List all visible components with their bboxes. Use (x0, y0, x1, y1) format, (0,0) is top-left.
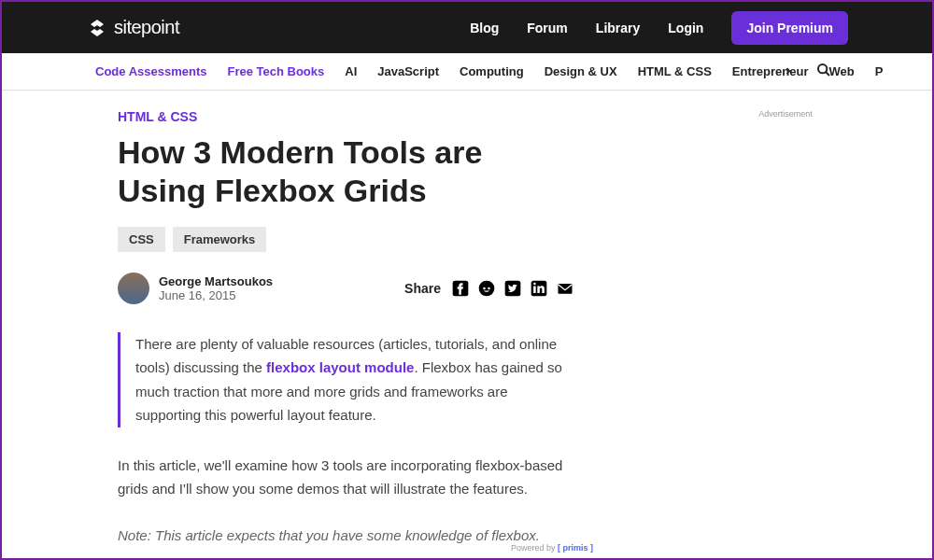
tag-frameworks[interactable]: Frameworks (173, 227, 267, 252)
nav-forum[interactable]: Forum (527, 21, 568, 35)
article-title: How 3 Modern Tools are Using Flexbox Gri… (118, 133, 575, 210)
join-premium-button[interactable]: Join Premium (731, 11, 848, 45)
article: HTML & CSS How 3 Modern Tools are Using … (118, 109, 575, 560)
powered-brand: [ primis ] (558, 543, 593, 553)
advertisement-label: Advertisement (669, 109, 902, 119)
svg-point-2 (479, 280, 495, 296)
logo[interactable]: sitepoint (86, 17, 179, 39)
sidebar: Advertisement (669, 109, 902, 560)
svg-point-4 (488, 287, 490, 289)
subnav-overflow[interactable]: P (875, 64, 884, 78)
publish-date: June 16, 2015 (159, 288, 273, 302)
nav-login[interactable]: Login (668, 21, 703, 35)
top-nav: Blog Forum Library Login Join Premium (470, 11, 848, 45)
share-block: Share (404, 278, 575, 299)
svg-point-8 (533, 282, 536, 285)
share-icons (450, 278, 575, 299)
svg-rect-9 (559, 284, 573, 294)
svg-point-0 (818, 64, 827, 73)
article-meta: George Martsoukos June 16, 2015 Share (118, 273, 575, 304)
note-paragraph: Note: This article expects that you have… (118, 524, 575, 548)
subnav-code-assessments[interactable]: Code Assessments (95, 64, 206, 78)
tag-list: CSS Frameworks (118, 227, 575, 252)
powered-pre: Powered by (511, 543, 558, 553)
powered-by: Powered by [ primis ] (511, 543, 593, 553)
chevron-right-icon[interactable] (783, 64, 794, 79)
subnav-design-ux[interactable]: Design & UX (545, 64, 617, 78)
svg-rect-7 (533, 286, 536, 293)
linkedin-icon[interactable] (529, 278, 549, 299)
search-icon[interactable] (816, 63, 831, 81)
author-block: George Martsoukos June 16, 2015 (118, 273, 273, 304)
svg-point-3 (483, 287, 486, 289)
subnav-javascript[interactable]: JavaScript (377, 64, 439, 78)
body-paragraph: In this article, we'll examine how 3 too… (118, 454, 575, 501)
author-name[interactable]: George Martsoukos (159, 274, 273, 288)
subnav-web[interactable]: Web (829, 64, 855, 78)
facebook-icon[interactable] (450, 278, 471, 299)
nav-library[interactable]: Library (596, 21, 640, 35)
author-info: George Martsoukos June 16, 2015 (159, 274, 273, 302)
sub-nav: Code Assessments Free Tech Books AI Java… (2, 53, 932, 91)
subnav-entrepreneur[interactable]: Entrepreneur (732, 64, 809, 78)
subnav-computing[interactable]: Computing (460, 64, 524, 78)
subnav-free-tech-books[interactable]: Free Tech Books (227, 64, 324, 78)
subnav-html-css[interactable]: HTML & CSS (638, 64, 712, 78)
article-category[interactable]: HTML & CSS (118, 109, 575, 124)
share-label: Share (404, 281, 441, 296)
avatar[interactable] (118, 273, 149, 304)
email-icon[interactable] (555, 278, 575, 299)
top-header: sitepoint Blog Forum Library Login Join … (2, 2, 932, 53)
nav-blog[interactable]: Blog (470, 21, 499, 35)
main-content: HTML & CSS How 3 Modern Tools are Using … (2, 91, 932, 560)
subnav-ai[interactable]: AI (345, 64, 357, 78)
logo-icon (86, 17, 108, 39)
intro-paragraph: There are plenty of valuable resources (… (118, 332, 575, 427)
flexbox-link[interactable]: flexbox layout module (266, 359, 414, 375)
tag-css[interactable]: CSS (118, 227, 165, 252)
reddit-icon[interactable] (476, 278, 497, 299)
logo-text: sitepoint (114, 17, 179, 38)
twitter-icon[interactable] (502, 278, 523, 299)
